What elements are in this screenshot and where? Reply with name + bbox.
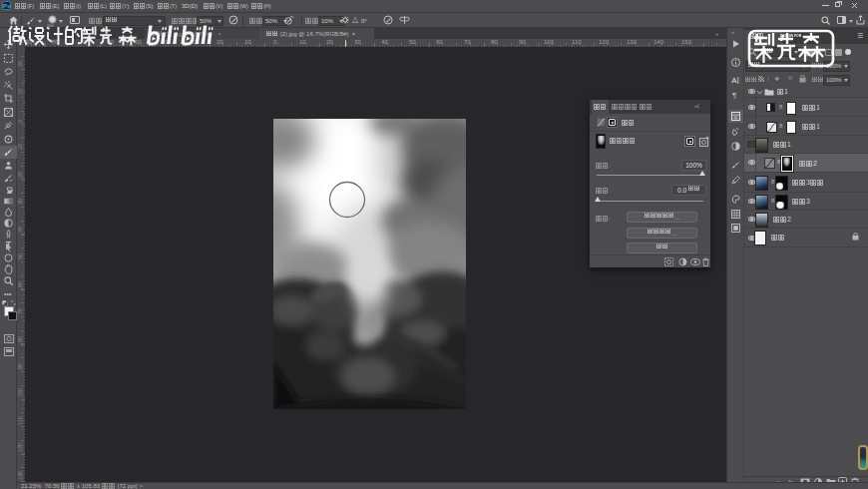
svg-text:DESIGN FOR —: DESIGN FOR — [780, 34, 806, 38]
